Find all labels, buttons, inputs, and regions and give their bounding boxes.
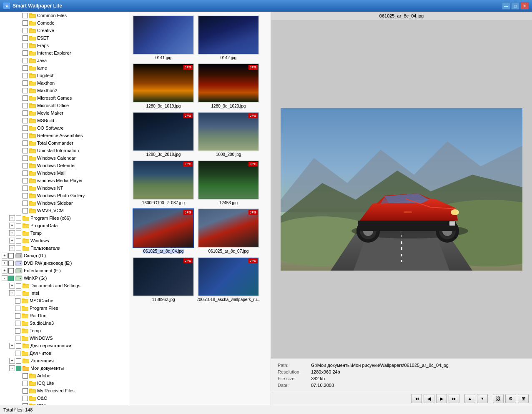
expand-reinstall[interactable]: + [9,343,15,349]
thumb-item-1188962[interactable]: JPG 1188962.jpg [133,257,194,302]
tree-item-raidtool[interactable]: RaidTool [0,312,129,319]
tree-item-sklad-d[interactable]: + Склад (D:) [0,252,129,259]
next-prev-button[interactable]: ⏭ [449,394,459,403]
thumb-item-1280-3d-1019[interactable]: JPG 1280_3d_1019.jpg [133,63,194,108]
checkbox-creative[interactable] [23,28,28,33]
thumb-item-0142[interactable]: 0142.jpg [198,15,259,60]
checkbox-pdf[interactable] [23,403,28,405]
first-button[interactable]: ⏮ [411,394,422,403]
tree-item-studioline3[interactable]: StudioLine3 [0,319,129,327]
tree-item-uninstall-information[interactable]: Uninstall Information [0,147,129,154]
checkbox-oo-software[interactable] [23,125,28,131]
expand-temp[interactable]: + [9,230,15,236]
checkbox-o-and-o[interactable] [23,396,28,401]
checkbox-comodo[interactable] [23,20,28,26]
expand-program-files-x86[interactable]: + [9,215,15,221]
checkbox-windows-main[interactable] [16,238,21,243]
checkbox-raidtool[interactable] [15,313,20,319]
checkbox-movie-maker[interactable] [23,110,28,116]
settings-button[interactable]: ⚙ [505,394,516,403]
expand-entertainment-f[interactable]: + [2,268,8,273]
thumb-item-1600-200[interactable]: JPG 1600_200.jpg [198,112,259,157]
tree-item-gaming[interactable]: + Игромания [0,357,129,364]
tree-item-windows-g[interactable]: WINDOWS [0,334,129,342]
tree-item-program-files-g[interactable]: Program Files [0,304,129,312]
tree-item-windows-calendar[interactable]: Windows Calendar [0,154,129,162]
tree-item-o-and-o[interactable]: O&O [0,394,129,402]
tree-item-fraps[interactable]: Fraps [0,42,129,49]
checkbox-cheat[interactable] [15,351,20,356]
tree-item-winxp-g[interactable]: - WinXP (G:) [0,274,129,282]
checkbox-windows-g[interactable] [15,336,20,341]
thumb-item-car07[interactable]: JPG 061025_ar_8c_07.jpg [198,208,259,253]
tree-item-eset[interactable]: ESET [0,34,129,42]
tree-item-documents-settings[interactable]: + Documents and Settings [0,282,129,289]
tree-item-msbuild[interactable]: MSBuild [0,117,129,124]
expand-intel[interactable]: + [9,290,15,296]
expand-winxp-g[interactable]: - [2,275,8,281]
tree-item-entertainment-f[interactable]: + Entertainment (F:) [0,267,129,274]
expand-gaming[interactable]: + [9,358,15,364]
checkbox-microsoft-office[interactable] [23,103,28,108]
checkbox-msocache[interactable] [15,298,20,304]
checkbox-maxthon2[interactable] [23,88,28,93]
tree-item-windows-sidebar[interactable]: Windows Sidebar [0,199,129,207]
checkbox-my-received-files[interactable] [23,388,28,394]
checkbox-java[interactable] [23,58,28,63]
thumb-item-car04[interactable]: JPG 061025_ar_8c_04.jpg [133,208,194,253]
expand-dvd-e[interactable]: + [2,260,8,266]
minimize-button[interactable]: — [502,2,510,10]
tree-item-adobe[interactable]: Adobe [0,372,129,379]
checkbox-users[interactable] [16,246,21,251]
extra-button1[interactable]: ⊞ [518,394,529,403]
tree-item-windows-mail[interactable]: Windows Mail [0,169,129,177]
tree-item-common-files[interactable]: Common Files [0,12,129,19]
next-button[interactable]: ▶ [436,394,447,403]
checkbox-windows-mail[interactable] [23,171,28,176]
tree-item-lame[interactable]: lame [0,64,129,72]
checkbox-temp-g[interactable] [15,328,20,334]
tree-item-maxthon2[interactable]: Maxthon2 [0,87,129,94]
tree-item-windows-photo-gallery[interactable]: Windows Photo Gallery [0,192,129,199]
checkbox-logitech[interactable] [23,73,28,78]
thumb-item-1280-3d-2018[interactable]: JPG 1280_3d_2018.jpg [133,112,194,157]
checkbox-programdata[interactable] [16,223,21,228]
close-button[interactable]: ✕ [520,2,529,10]
tree-item-oo-software[interactable]: OO Software [0,124,129,132]
thumbnail-panel[interactable]: 0141.jpg 0142.jpg JPG 1280_3d_1019.jpg J… [129,12,271,405]
checkbox-program-files-x86[interactable] [16,216,21,221]
checkbox-gaming[interactable] [16,358,21,364]
checkbox-temp[interactable] [16,231,21,236]
wallpaper-button[interactable]: 🖼 [493,394,504,403]
checkbox-maxthon[interactable] [23,80,28,86]
tree-item-reinstall[interactable]: + Для переустановки [0,342,129,349]
tree-item-microsoft-office[interactable]: Microsoft Office [0,102,129,109]
tree-panel[interactable]: Common Files Comodo Creative ESET Fraps [0,12,129,405]
tree-item-users[interactable]: + Пользователи [0,244,129,252]
expand-users[interactable]: + [9,245,15,251]
checkbox-intel[interactable] [16,291,21,296]
checkbox-windows-photo-gallery[interactable] [23,193,28,198]
thumb-item-1280-3d-1020[interactable]: JPG 1280_3d_1020.jpg [198,63,259,108]
tree-item-cheat[interactable]: Для читов [0,349,129,357]
checkbox-windows-sidebar[interactable] [23,201,28,206]
checkbox-lame[interactable] [23,65,28,71]
checkbox-wmv9-vcm[interactable] [23,208,28,213]
checkbox-windows-defender[interactable] [23,163,28,168]
tree-item-microsoft-games[interactable]: Microsoft Games [0,94,129,102]
tree-item-logitech[interactable]: Logitech [0,72,129,79]
checkbox-windows-calendar[interactable] [23,156,28,161]
expand-sklad-d[interactable]: + [2,253,8,258]
checkbox-sklad-d[interactable] [8,253,14,258]
tree-item-comodo[interactable]: Comodo [0,19,129,27]
checkbox-my-documents[interactable] [16,366,21,371]
expand-programdata[interactable]: + [9,223,15,228]
expand-documents-settings[interactable]: + [9,283,15,289]
tree-item-creative[interactable]: Creative [0,27,129,34]
prev-button[interactable]: ◀ [424,394,434,403]
tree-item-my-documents[interactable]: - Мои документы [0,364,129,372]
tree-item-my-received-files[interactable]: My Received Files [0,387,129,394]
tree-item-internet-explorer[interactable]: Internet Explorer [0,49,129,57]
checkbox-program-files-g[interactable] [15,306,20,311]
checkbox-msbuild[interactable] [23,118,28,123]
